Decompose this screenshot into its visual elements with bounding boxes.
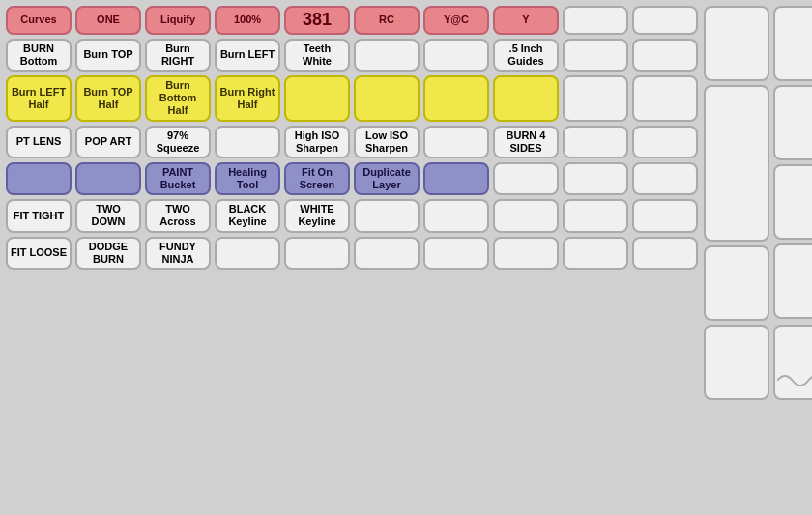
- blue-2-button[interactable]: [75, 162, 141, 195]
- fit-tight-button[interactable]: FIT TIGHT: [6, 199, 72, 232]
- empty-r6-c6: [354, 199, 420, 232]
- empty-r6-c8: [493, 199, 559, 232]
- side-box-1: [704, 6, 769, 81]
- side-box-8: [704, 325, 769, 400]
- inch-guides-button[interactable]: .5 Inch Guides: [493, 39, 559, 72]
- fundy-ninja-button[interactable]: FUNDY NINJA: [145, 237, 211, 270]
- empty-r7-c5: [284, 237, 350, 270]
- one-button[interactable]: ONE: [75, 6, 141, 35]
- curves-button[interactable]: Curves: [6, 6, 72, 35]
- empty-r1-c10: [632, 6, 698, 35]
- side-box-7: [773, 243, 812, 319]
- yellow-8-button[interactable]: [493, 75, 559, 122]
- main-container: Curves ONE Liquify 100% 381 RC Y@C Y BUR…: [0, 0, 812, 515]
- empty-r7-c4: [215, 237, 280, 270]
- empty-r5-c10: [632, 162, 698, 195]
- empty-r7-c6: [354, 237, 420, 270]
- healing-tool-button[interactable]: Healing Tool: [215, 162, 280, 195]
- fit-loose-button[interactable]: FIT LOOSE: [6, 237, 72, 270]
- blue-1-button[interactable]: [6, 162, 72, 195]
- side-box-4: [773, 6, 812, 81]
- empty-r7-c10: [632, 237, 698, 270]
- empty-r4-c9: [563, 126, 628, 158]
- teeth-white-button[interactable]: Teeth White: [284, 39, 350, 72]
- empty-r1-c9: [563, 6, 628, 35]
- blue-7-button[interactable]: [423, 162, 489, 195]
- burn-top-half-button[interactable]: Burn TOP Half: [75, 75, 141, 122]
- side-box-5: [773, 85, 812, 160]
- pop-art-button[interactable]: POP ART: [75, 126, 141, 158]
- empty-r2-c6: [354, 39, 420, 72]
- pt-lens-button[interactable]: PT LENS: [6, 126, 72, 158]
- empty-r3-c9: [563, 75, 628, 122]
- burn-bottom-button[interactable]: BURN Bottom: [6, 39, 72, 72]
- fit-on-screen-button[interactable]: Fit On Screen: [284, 162, 350, 195]
- empty-r7-c9: [563, 237, 628, 270]
- 100-button[interactable]: 100%: [215, 6, 280, 35]
- burn-top-button[interactable]: Burn TOP: [75, 39, 141, 72]
- burn-left-button[interactable]: Burn LEFT: [215, 39, 280, 72]
- liquify-button[interactable]: Liquify: [145, 6, 211, 35]
- empty-r6-c7: [423, 199, 489, 232]
- dodge-burn-button[interactable]: DODGE BURN: [75, 237, 141, 270]
- low-iso-sharpen-button[interactable]: Low ISO Sharpen: [354, 126, 420, 158]
- yatc-button[interactable]: Y@C: [423, 6, 489, 35]
- side-panel: [704, 6, 812, 509]
- empty-r7-c7: [423, 237, 489, 270]
- empty-r6-c10: [632, 199, 698, 232]
- side-box-3: [704, 245, 769, 321]
- button-grid: Curves ONE Liquify 100% 381 RC Y@C Y BUR…: [6, 6, 698, 509]
- paint-bucket-button[interactable]: PAINT Bucket: [145, 162, 211, 195]
- empty-r2-c9: [563, 39, 628, 72]
- burn-left-half-button[interactable]: Burn LEFT Half: [6, 75, 72, 122]
- empty-r5-c9: [563, 162, 628, 195]
- 97-squeeze-button[interactable]: 97% Squeeze: [145, 126, 211, 158]
- black-keyline-button[interactable]: BLACK Keyline: [215, 199, 280, 232]
- burn-4-sides-button[interactable]: BURN 4 SIDES: [493, 126, 559, 158]
- empty-r3-c10: [632, 75, 698, 122]
- empty-r4-c10: [632, 126, 698, 158]
- yellow-6-button[interactable]: [354, 75, 420, 122]
- y-button[interactable]: Y: [493, 6, 559, 35]
- side-box-6: [773, 164, 812, 240]
- empty-r4-c4: [215, 126, 280, 158]
- empty-r4-c7: [423, 126, 489, 158]
- empty-r6-c9: [563, 199, 628, 232]
- empty-r7-c8: [493, 237, 559, 270]
- side-wavy-box: [773, 325, 812, 400]
- empty-r2-c10: [632, 39, 698, 72]
- 381-button[interactable]: 381: [284, 6, 350, 35]
- side-box-2: [704, 85, 769, 242]
- yellow-7-button[interactable]: [423, 75, 489, 122]
- high-iso-sharpen-button[interactable]: High ISO Sharpen: [284, 126, 350, 158]
- duplicate-layer-button[interactable]: Duplicate Layer: [354, 162, 420, 195]
- empty-r2-c7: [423, 39, 489, 72]
- burn-right-half-button[interactable]: Burn Right Half: [215, 75, 280, 122]
- white-keyline-button[interactable]: WHITE Keyline: [284, 199, 350, 232]
- two-across-button[interactable]: TWO Across: [145, 199, 211, 232]
- burn-bottom-half-button[interactable]: Burn Bottom Half: [145, 75, 211, 122]
- two-down-button[interactable]: TWO DOWN: [75, 199, 141, 232]
- rc-button[interactable]: RC: [354, 6, 420, 35]
- yellow-5-button[interactable]: [284, 75, 350, 122]
- empty-r5-c8: [493, 162, 559, 195]
- burn-right-button[interactable]: Burn RIGHT: [145, 39, 211, 72]
